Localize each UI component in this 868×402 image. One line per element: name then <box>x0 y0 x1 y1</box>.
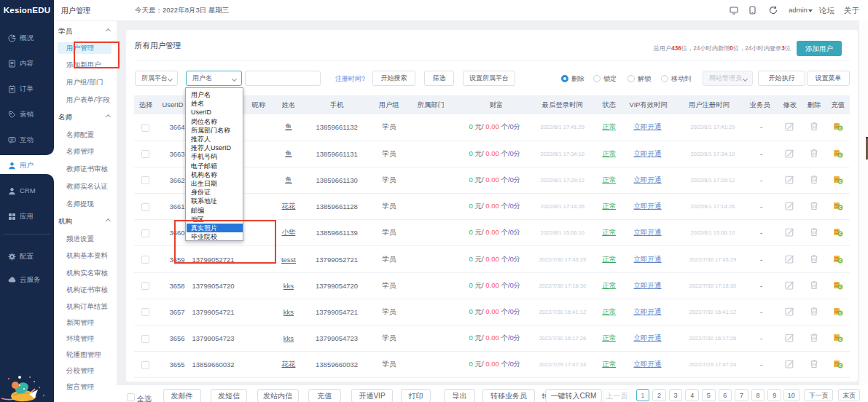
svg-text:c: c <box>839 284 842 289</box>
svg-text:c: c <box>839 205 842 210</box>
svg-text:c: c <box>839 152 842 157</box>
svg-text:c: c <box>839 126 842 131</box>
svg-text:c: c <box>839 363 842 368</box>
svg-text:c: c <box>839 232 842 237</box>
svg-text:c: c <box>839 178 842 184</box>
svg-text:c: c <box>839 258 842 263</box>
svg-text:c: c <box>839 336 842 342</box>
svg-text:c: c <box>839 310 842 315</box>
